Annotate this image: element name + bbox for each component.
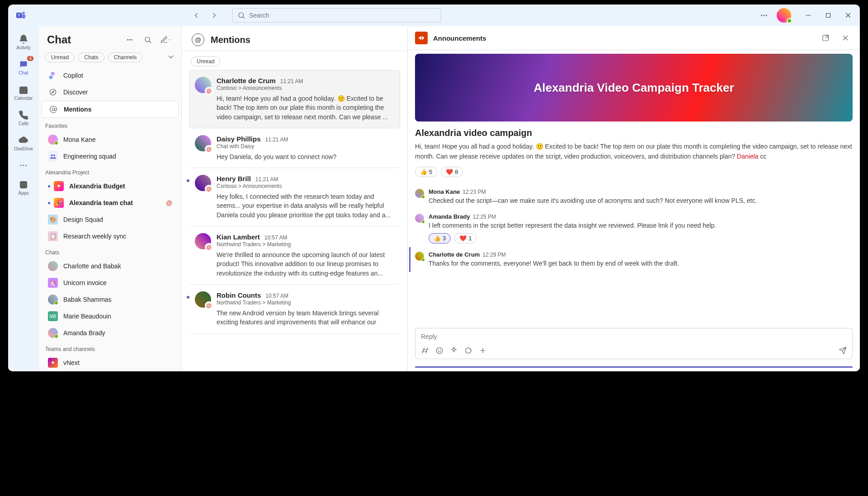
nav-discover[interactable]: Discover	[42, 84, 179, 100]
global-search[interactable]	[232, 8, 441, 23]
svg-point-30	[52, 108, 55, 111]
reply-text: Thanks for the comments, everyone! We'll…	[429, 259, 853, 268]
avatar-initials: MB	[48, 311, 58, 321]
channel-icon: 📋	[48, 231, 58, 241]
mention-location: Northwind Traders > Marketing	[217, 241, 394, 248]
nav-copilot[interactable]: Copilot	[42, 67, 179, 84]
channel-icon: 🎉	[54, 198, 64, 208]
reaction-button[interactable]: 👍3	[429, 233, 451, 243]
section-favorites: Favorites	[39, 118, 181, 131]
open-in-window[interactable]	[818, 31, 833, 45]
rail-calls[interactable]: Calls	[10, 106, 37, 130]
channel-icon: ✦	[48, 358, 58, 368]
rail-more[interactable]	[10, 156, 37, 174]
new-chat-button[interactable]	[159, 33, 173, 47]
svg-point-6	[761, 15, 762, 16]
avatar: @	[195, 175, 211, 191]
reaction-button[interactable]: ❤️1	[454, 233, 476, 243]
avatar: @	[195, 291, 211, 308]
mention-card[interactable]: @Henry Brill11:21 AMContoso > Announceme…	[189, 168, 400, 226]
mention-from: Robin Counts	[217, 291, 261, 299]
team-vnext[interactable]: ✦ vNext	[42, 355, 179, 371]
mention-time: 11:21 AM	[265, 136, 288, 143]
reply-text: I left comments in the script better rep…	[429, 221, 853, 230]
reply-input[interactable]	[421, 333, 847, 340]
filter-chevron[interactable]	[167, 53, 175, 62]
window-minimize[interactable]	[800, 8, 816, 23]
chat-marie-beaudouin[interactable]: MB Marie Beaudouin	[42, 308, 179, 324]
discover-icon	[48, 87, 58, 97]
rail-apps[interactable]: Apps	[10, 175, 37, 200]
chat-charlotte-babak[interactable]: Charlotte and Babak	[42, 258, 179, 274]
mention-link[interactable]: Daniela	[737, 153, 758, 160]
item-alexandria-team-chat[interactable]: 🎉 Alexandria team chat @	[42, 195, 179, 211]
compose-more[interactable]	[479, 346, 487, 356]
unread-dot	[48, 185, 50, 187]
mention-time: 10:57 AM	[264, 234, 288, 241]
rail-onedrive[interactable]: OneDrive	[10, 131, 37, 155]
at-badge-icon: @	[205, 185, 213, 193]
mention-card[interactable]: @Kian Lambert10:57 AMNorthwind Traders >…	[189, 226, 400, 285]
more-options[interactable]	[757, 8, 771, 23]
svg-rect-3	[22, 14, 25, 19]
mention-snippet: We're thrilled to announce the upcoming …	[217, 250, 394, 278]
unread-dot	[187, 296, 189, 299]
unread-dot	[48, 202, 50, 204]
mentions-title: Mentions	[211, 35, 250, 45]
format-button[interactable]	[421, 346, 429, 356]
item-research-weekly-sync[interactable]: 📋 Research weekly sync	[42, 228, 179, 244]
chat-amanda-brady[interactable]: Amanda Brady	[42, 325, 179, 341]
send-button[interactable]	[839, 346, 847, 356]
reaction-button[interactable]: ❤️8	[441, 167, 463, 177]
reply-author: Charlotte de Crum	[429, 251, 480, 258]
unread-dot	[187, 179, 189, 182]
rail-chat[interactable]: 4 Chat	[10, 55, 37, 80]
reaction-button[interactable]: 👍5	[415, 167, 437, 177]
reply: Amanda Brady12:25 PMI left comments in t…	[415, 209, 853, 247]
mentions-unread-pill[interactable]: Unread	[191, 56, 220, 66]
window-close[interactable]	[840, 8, 856, 23]
mention-location: Northwind Traders > Marketing	[217, 299, 394, 306]
favorite-engineering-squad[interactable]: Engineering squad	[42, 148, 179, 164]
avatar	[415, 252, 424, 261]
avatar	[48, 261, 58, 271]
search-input[interactable]	[249, 12, 436, 19]
emoji-button[interactable]	[435, 346, 443, 356]
group-icon	[48, 151, 58, 161]
chat-babak-shammas[interactable]: Babak Shammas	[42, 291, 179, 308]
rail-calendar[interactable]: Calendar	[10, 80, 37, 105]
svg-text:T: T	[18, 13, 20, 18]
mention-card[interactable]: @Charlotte de Crum11:21 AMContoso > Anno…	[189, 70, 400, 128]
svg-rect-13	[20, 87, 28, 94]
reply-compose[interactable]	[415, 328, 853, 359]
nav-forward[interactable]	[207, 8, 222, 23]
item-alexandria-budget[interactable]: ✦ Alexandria Budget	[42, 178, 179, 194]
mention-card[interactable]: @Robin Counts10:57 AMNorthwind Traders >…	[189, 285, 400, 334]
thread-panel: Announcements Alexandria Video Campaign …	[408, 26, 860, 371]
window-maximize[interactable]	[820, 8, 836, 23]
copilot-icon	[48, 70, 58, 80]
svg-point-19	[25, 165, 27, 166]
chat-list-filter-search[interactable]	[141, 33, 155, 47]
post-hero-banner: Alexandria Video Campaign Tracker	[415, 54, 853, 122]
svg-point-23	[127, 39, 128, 40]
reply: Mona Kane12:23 PMChecked out the script—…	[415, 184, 853, 209]
titlebar: T	[8, 5, 860, 26]
filter-unread[interactable]: Unread	[45, 52, 75, 62]
ai-rewrite-button[interactable]	[450, 346, 458, 356]
me-avatar[interactable]	[777, 8, 791, 23]
chat-unicorn-invoice[interactable]: 🦄 Unicorn invoice	[42, 275, 179, 291]
mention-card[interactable]: @Daisy Phillips11:21 AMChat with DaisyHe…	[189, 128, 400, 168]
close-thread[interactable]	[838, 31, 853, 45]
nav-mentions[interactable]: Mentions	[42, 101, 179, 118]
svg-rect-10	[826, 14, 830, 18]
mention-indicator: @	[166, 199, 172, 206]
nav-back[interactable]	[189, 8, 203, 23]
rail-activity[interactable]: Activity	[10, 30, 37, 54]
filter-chats[interactable]: Chats	[78, 52, 104, 62]
favorite-mona-kane[interactable]: Mona Kane	[42, 131, 179, 148]
item-design-squad[interactable]: 🎨 Design Squad	[42, 211, 179, 228]
filter-channels[interactable]: Channels	[108, 52, 143, 62]
chat-list-more[interactable]	[123, 33, 137, 47]
loop-button[interactable]	[464, 346, 472, 356]
